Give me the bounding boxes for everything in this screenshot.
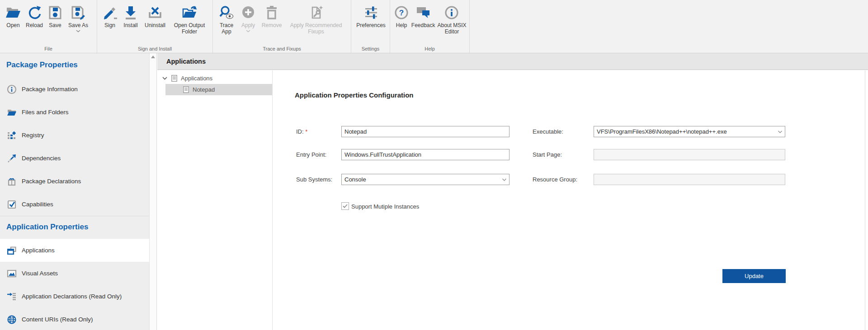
apply-icon <box>240 4 256 21</box>
chevron-down-icon <box>502 178 506 181</box>
package-information-icon <box>6 84 17 95</box>
files-and-folders-icon <box>6 107 17 118</box>
sub-systems-label: Sub Systems: <box>296 174 332 185</box>
help-button[interactable]: ? Help <box>393 3 410 28</box>
sidebar-item-package-declarations[interactable]: Package Declarations <box>0 170 149 193</box>
sidebar-item-files-and-folders[interactable]: Files and Folders <box>0 101 149 124</box>
save-as-icon <box>70 4 86 21</box>
package-properties-header: Package Properties <box>0 53 149 78</box>
install-icon <box>123 4 139 21</box>
svg-text:?: ? <box>399 9 404 17</box>
apply-recommended-fixups-icon <box>308 4 324 21</box>
tree-node-notepad[interactable]: Notepad <box>157 84 272 95</box>
tree-node-applications[interactable]: Applications <box>157 73 272 84</box>
content-header: Applications <box>157 53 868 70</box>
reload-icon <box>26 4 42 21</box>
application-properties-form: Application Properties Configuration ID:… <box>273 70 868 330</box>
save-button[interactable]: Save <box>45 3 65 28</box>
tree-selection-highlight <box>165 84 272 95</box>
help-icon: ? <box>393 4 410 21</box>
content-uris-icon <box>6 314 17 325</box>
chevron-down-icon <box>778 130 782 133</box>
about-msix-editor-button[interactable]: About MSIX Editor <box>436 3 467 35</box>
executable-combobox[interactable]: VFS\ProgramFilesX86\Notepad++\notepad++.… <box>594 126 785 137</box>
dependencies-icon <box>6 153 17 164</box>
resource-group-input <box>594 174 785 185</box>
sidebar-scrollbar[interactable] <box>149 53 157 330</box>
install-button[interactable]: Install <box>120 3 142 28</box>
chevron-down-icon <box>76 30 80 33</box>
sign-icon <box>102 4 118 21</box>
start-page-label: Start Page: <box>533 149 562 160</box>
form-title: Application Properties Configuration <box>295 91 414 99</box>
package-declarations-icon <box>6 176 17 187</box>
sign-button[interactable]: Sign <box>100 3 120 28</box>
start-page-input <box>594 149 785 160</box>
ribbon-group-trace-and-fixups: Trace App Apply Remove Apply Recommended… <box>213 0 351 53</box>
preferences-button[interactable]: Preferences <box>354 3 388 28</box>
open-icon <box>5 4 21 21</box>
chevron-down-icon[interactable] <box>162 77 167 80</box>
sidebar-item-visual-assets[interactable]: Visual Assets <box>0 262 149 285</box>
required-asterisk: * <box>305 128 307 135</box>
feedback-icon <box>415 4 431 21</box>
ribbon-group-settings: Preferences Settings <box>351 0 390 53</box>
checkmark-icon <box>343 204 348 208</box>
sidebar-item-content-uris[interactable]: Content URIs (Read Only) <box>0 308 149 330</box>
entry-point-input[interactable] <box>341 149 509 160</box>
apply-recommended-fixups-button: Apply Recommended Fixups <box>284 3 348 35</box>
open-output-folder-icon <box>181 4 198 21</box>
remove-button: Remove <box>259 3 284 28</box>
ribbon-group-file: Open Reload Save Save As File <box>0 0 97 53</box>
id-input[interactable] <box>341 126 509 137</box>
sidebar-item-package-information[interactable]: Package Information <box>0 78 149 101</box>
uninstall-icon <box>147 4 163 21</box>
registry-icon <box>6 130 17 141</box>
update-button[interactable]: Update <box>722 269 786 283</box>
applications-icon <box>6 245 17 256</box>
visual-assets-icon <box>6 268 17 279</box>
document-icon <box>171 75 177 82</box>
trace-app-button[interactable]: Trace App <box>216 3 237 35</box>
preferences-icon <box>363 4 379 21</box>
support-multiple-instances-label: Support Mutiple Instances <box>351 203 419 210</box>
application-declarations-icon <box>6 291 17 302</box>
uninstall-button[interactable]: Uninstall <box>142 3 169 28</box>
reload-button[interactable]: Reload <box>24 3 45 28</box>
open-output-folder-button[interactable]: Open Output Folder <box>169 3 210 35</box>
sidebar-item-registry[interactable]: Registry <box>0 124 149 147</box>
sub-systems-combobox[interactable]: Console <box>341 174 509 185</box>
content-scroll-edge <box>865 70 865 330</box>
feedback-button[interactable]: Feedback <box>410 3 436 28</box>
application-properties-header: Application Properties <box>0 216 149 239</box>
save-as-button[interactable]: Save As <box>65 3 91 33</box>
remove-icon <box>264 4 280 21</box>
scroll-up-icon[interactable] <box>150 56 156 58</box>
id-label: ID: * <box>296 126 307 137</box>
executable-label: Executable: <box>533 126 563 137</box>
navigation-sidebar: Package Properties Package Information F… <box>0 53 149 330</box>
apply-button: Apply <box>237 3 259 33</box>
support-multiple-instances-checkbox <box>341 202 349 210</box>
chevron-down-icon <box>246 30 250 33</box>
entry-point-label: Entry Point: <box>296 149 326 160</box>
save-icon <box>47 4 63 21</box>
sidebar-item-application-declarations[interactable]: Application Declarations (Read Only) <box>0 285 149 308</box>
sidebar-item-applications[interactable]: Applications <box>0 239 149 262</box>
open-button[interactable]: Open <box>3 3 24 28</box>
ribbon-toolbar: Open Reload Save Save As File <box>0 0 868 53</box>
ribbon-group-sign-and-install: Sign Install Uninstall Open Output Folde… <box>97 0 213 53</box>
trace-app-icon <box>218 4 235 21</box>
applications-tree: Applications Notepad <box>157 70 273 330</box>
capabilities-icon <box>6 199 17 210</box>
panel-title: Applications <box>166 58 206 65</box>
ribbon-group-help: ? Help Feedback About MSIX Editor Help <box>390 0 470 53</box>
sidebar-item-capabilities[interactable]: Capabilities <box>0 193 149 216</box>
about-msix-editor-icon <box>443 4 460 21</box>
sidebar-item-dependencies[interactable]: Dependencies <box>0 147 149 170</box>
document-icon <box>183 86 189 93</box>
resource-group-label: Resource Group: <box>533 174 577 185</box>
